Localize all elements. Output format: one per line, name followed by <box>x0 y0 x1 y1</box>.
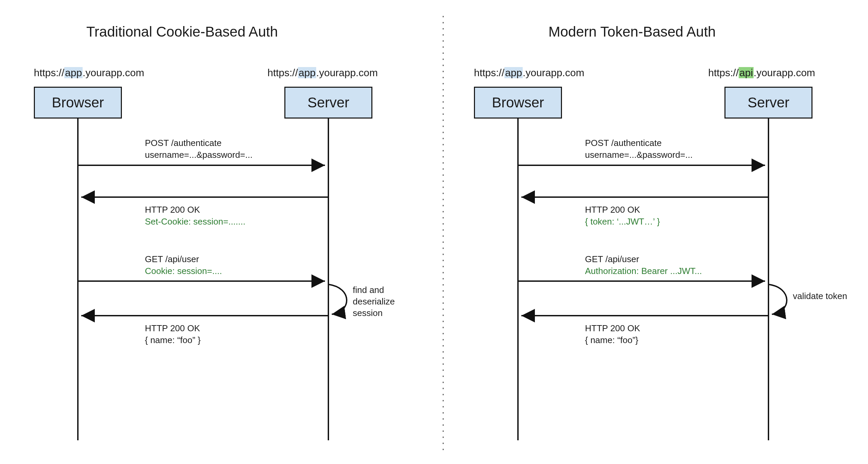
right-msg2b: { token: ‘...JWT…’ } <box>585 216 660 227</box>
right-msg3: GET /api/user Authorization: Bearer ...J… <box>585 253 702 277</box>
diagram-canvas: Traditional Cookie-Based Auth https://ap… <box>0 0 868 464</box>
right-msg4: HTTP 200 OK { name: “foo”} <box>585 322 640 346</box>
right-msg2a: HTTP 200 OK <box>585 205 640 215</box>
right-msg4a: HTTP 200 OK <box>585 323 640 333</box>
right-msg3a: GET /api/user <box>585 254 639 264</box>
right-msg1b: username=...&password=... <box>585 150 693 160</box>
right-self-note: validate token <box>793 291 847 302</box>
right-msg2: HTTP 200 OK { token: ‘...JWT…’ } <box>585 204 660 228</box>
right-msg1a: POST /authenticate <box>585 138 661 148</box>
right-arrows <box>0 0 868 464</box>
right-self-loop <box>769 284 787 314</box>
right-msg4b: { name: “foo”} <box>585 335 638 345</box>
right-msg1: POST /authenticate username=...&password… <box>585 137 693 161</box>
right-msg3b: Authorization: Bearer ...JWT... <box>585 266 702 276</box>
